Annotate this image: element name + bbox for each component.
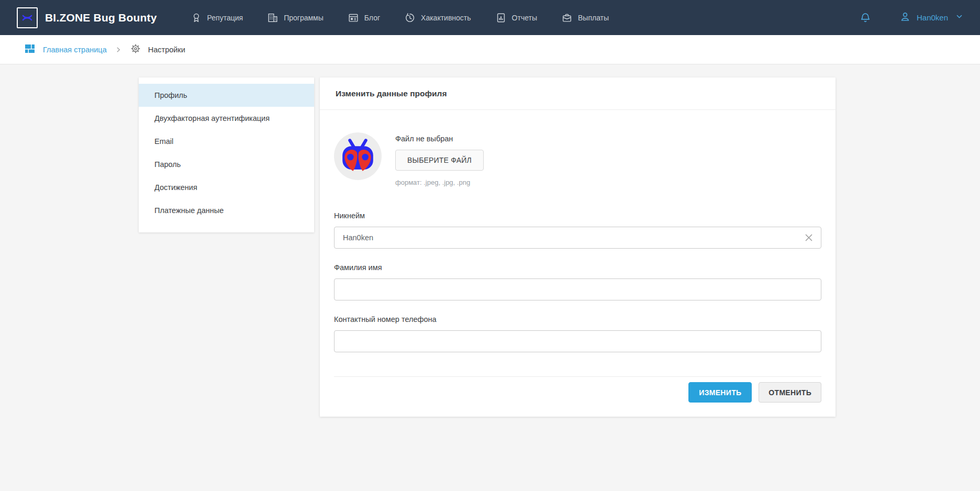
nav-right-cluster: Han0ken — [859, 10, 963, 25]
user-menu[interactable]: Han0ken — [899, 10, 963, 25]
building-icon — [267, 12, 279, 24]
sidebar-item-password[interactable]: Пароль — [139, 153, 314, 176]
notifications-bell-icon[interactable] — [859, 12, 872, 24]
profile-edit-card: Изменить данные профиля — [320, 77, 836, 417]
breadcrumb: Главная страница Настройки — [0, 35, 980, 64]
history-icon — [404, 12, 416, 24]
bizone-bug-logo-icon — [17, 7, 38, 28]
sidebar-item-profile[interactable]: Профиль — [139, 84, 314, 107]
settings-sidebar: Профиль Двухфакторная аутентификация Ema… — [139, 77, 314, 232]
nav-item-programs[interactable]: Программы — [267, 12, 324, 24]
phone-label: Контактный номер телефона — [334, 315, 821, 323]
avatar — [334, 132, 382, 180]
breadcrumb-current: Настройки — [148, 46, 185, 54]
nav-item-label: Блог — [364, 14, 380, 22]
nav-item-hacktivity[interactable]: Хакактивность — [404, 12, 471, 24]
nickname-field-group: Никнейм — [334, 211, 821, 249]
format-hint: формат: .jpeg, .jpg, .png — [395, 178, 484, 186]
nav-item-reports[interactable]: Отчеты — [495, 12, 537, 24]
nav-item-payouts[interactable]: Выплаты — [561, 12, 609, 24]
chevron-down-icon — [955, 13, 963, 23]
brand-logo-link[interactable]: BI.ZONE Bug Bounty — [17, 7, 157, 28]
file-status-text: Файл не выбран — [395, 135, 484, 143]
medal-icon — [191, 12, 202, 24]
avatar-upload-section: Файл не выбран ВЫБЕРИТЕ ФАЙЛ формат: .jp… — [334, 132, 821, 186]
sidebar-item-achievements[interactable]: Достижения — [139, 176, 314, 199]
nav-item-label: Программы — [284, 14, 324, 22]
main-menu: Репутация Программы Блог — [191, 12, 609, 24]
nickname-label: Никнейм — [334, 211, 821, 220]
nav-item-reputation[interactable]: Репутация — [191, 12, 243, 24]
nav-item-label: Выплаты — [578, 14, 609, 22]
brand-name: BI.ZONE Bug Bounty — [45, 12, 157, 24]
card-title: Изменить данные профиля — [320, 77, 836, 110]
phone-field-group: Контактный номер телефона — [334, 315, 821, 352]
cancel-button[interactable]: ОТМЕНИТЬ — [759, 382, 821, 403]
fullname-field-group: Фамилия имя — [334, 263, 821, 300]
fullname-label: Фамилия имя — [334, 263, 821, 272]
nav-item-blog[interactable]: Блог — [348, 12, 380, 24]
clear-nickname-icon[interactable] — [803, 231, 815, 244]
sidebar-item-email[interactable]: Email — [139, 130, 314, 153]
nickname-input[interactable] — [334, 227, 821, 249]
chevron-right-icon — [115, 46, 122, 53]
fullname-input[interactable] — [334, 278, 821, 300]
phone-input[interactable] — [334, 330, 821, 352]
breadcrumb-home-link[interactable]: Главная страница — [43, 46, 107, 54]
top-navigation: BI.ZONE Bug Bounty Репутация Программы — [0, 0, 980, 35]
nav-item-label: Отчеты — [512, 14, 537, 22]
submit-button[interactable]: ИЗМЕНИТЬ — [688, 382, 752, 403]
sidebar-item-payment-data[interactable]: Платежные данные — [139, 199, 314, 222]
username: Han0ken — [917, 13, 948, 22]
gear-icon — [130, 43, 141, 57]
sidebar-item-two-factor[interactable]: Двухфакторная аутентификация — [139, 107, 314, 130]
user-icon — [899, 10, 911, 25]
briefcase-icon — [561, 12, 573, 24]
blog-icon — [348, 12, 359, 24]
choose-file-button[interactable]: ВЫБЕРИТЕ ФАЙЛ — [395, 150, 484, 171]
nav-item-label: Репутация — [207, 14, 243, 22]
nav-item-label: Хакактивность — [421, 14, 471, 22]
dashboard-grid-icon — [24, 42, 36, 57]
footer-divider — [334, 376, 821, 377]
report-icon — [495, 12, 507, 24]
